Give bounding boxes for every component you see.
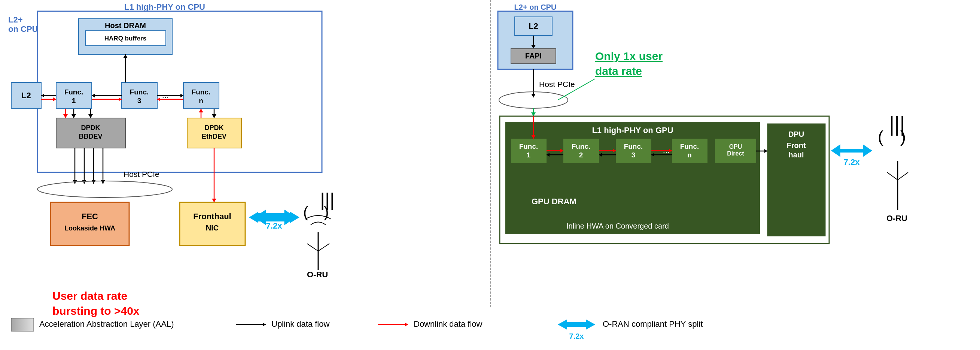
- svg-text:Uplink data flow: Uplink data flow: [271, 319, 329, 329]
- l2plus-cpu-label: L2+: [8, 15, 23, 24]
- svg-marker-20: [41, 94, 44, 97]
- svg-text:Func.: Func.: [624, 142, 643, 150]
- svg-text:7.2x: 7.2x: [266, 221, 283, 230]
- svg-text:1: 1: [72, 97, 76, 105]
- svg-marker-28: [180, 94, 183, 97]
- svg-text:O-RU: O-RU: [307, 270, 328, 279]
- svg-text:Front: Front: [786, 141, 805, 150]
- svg-text:EthDEV: EthDEV: [202, 133, 226, 140]
- svg-marker-152: [263, 323, 266, 326]
- svg-text:(: (: [878, 127, 883, 146]
- svg-text:Direct: Direct: [727, 150, 744, 157]
- svg-text:DPDK: DPDK: [81, 124, 100, 131]
- svg-text:Host PCIe: Host PCIe: [124, 170, 159, 178]
- svg-text:Func.: Func.: [192, 88, 211, 96]
- svg-line-146: [887, 173, 898, 180]
- svg-text:): ): [324, 204, 329, 221]
- svg-text:HARQ buffers: HARQ buffers: [105, 35, 146, 42]
- svg-line-62: [307, 244, 318, 251]
- svg-text:2: 2: [579, 151, 583, 159]
- svg-marker-91: [531, 94, 536, 97]
- svg-text:O-RAN compliant PHY split: O-RAN compliant PHY split: [603, 319, 703, 329]
- svg-point-48: [37, 181, 172, 198]
- svg-text:GPU DRAM: GPU DRAM: [531, 197, 576, 206]
- svg-line-147: [898, 173, 908, 180]
- svg-marker-81: [212, 114, 216, 118]
- svg-text:data rate: data rate: [595, 65, 642, 77]
- svg-text:Host PCIe: Host PCIe: [539, 80, 575, 88]
- svg-text:L1 high-PHY on CPU: L1 high-PHY on CPU: [124, 2, 205, 12]
- svg-text:L2: L2: [21, 91, 31, 100]
- svg-marker-57: [249, 212, 258, 223]
- svg-marker-59: [290, 212, 299, 223]
- svg-text:Func.: Func.: [572, 142, 591, 150]
- svg-text:L2+ on CPU: L2+ on CPU: [514, 3, 557, 11]
- svg-text:...: ...: [663, 145, 670, 155]
- svg-text:7.2x: 7.2x: [570, 332, 584, 340]
- svg-text:on CPU: on CPU: [8, 24, 38, 34]
- svg-line-63: [318, 244, 329, 251]
- svg-marker-24: [92, 94, 95, 97]
- svg-text:BBDEV: BBDEV: [79, 133, 102, 140]
- svg-rect-149: [11, 318, 34, 331]
- svg-marker-155: [405, 323, 408, 326]
- svg-marker-75: [88, 114, 93, 118]
- svg-text:FAPI: FAPI: [525, 52, 542, 60]
- left-diagram-svg: L2+ on CPU L1 high-PHY on CPU Host DRAM …: [0, 0, 487, 326]
- svg-text:n: n: [199, 97, 203, 105]
- svg-text:3: 3: [632, 151, 636, 159]
- svg-rect-58: [258, 213, 292, 222]
- svg-text:DPDK: DPDK: [204, 124, 223, 131]
- section-divider: [490, 0, 491, 307]
- svg-text:DPU: DPU: [788, 130, 804, 138]
- svg-marker-22: [53, 97, 56, 101]
- svg-text:Func.: Func.: [680, 142, 699, 150]
- svg-marker-73: [123, 54, 128, 58]
- svg-text:NIC: NIC: [206, 224, 219, 232]
- svg-text:3: 3: [137, 97, 142, 105]
- svg-text:Inline HWA on Converged card: Inline HWA on Converged card: [566, 222, 669, 230]
- svg-text:FEC: FEC: [82, 212, 98, 221]
- svg-text:): ): [900, 127, 906, 146]
- svg-text:Host DRAM: Host DRAM: [105, 21, 146, 30]
- svg-text:L1 high-PHY on GPU: L1 high-PHY on GPU: [592, 126, 673, 135]
- svg-marker-30: [157, 97, 160, 101]
- svg-marker-44: [101, 180, 105, 184]
- svg-rect-136: [767, 124, 826, 236]
- svg-marker-157: [558, 319, 595, 330]
- svg-rect-49: [51, 202, 129, 245]
- svg-text:Lookaside HWA: Lookaside HWA: [64, 224, 115, 232]
- svg-text:(: (: [303, 204, 309, 221]
- svg-text:GPU: GPU: [729, 144, 742, 150]
- svg-text:User data rate: User data rate: [52, 290, 127, 302]
- svg-marker-77: [63, 114, 68, 118]
- svg-marker-140: [831, 144, 872, 157]
- svg-text:haul: haul: [788, 151, 804, 159]
- svg-text:Func.: Func.: [64, 88, 83, 96]
- svg-text:Acceleration Abstraction Layer: Acceleration Abstraction Layer (AAL): [39, 319, 174, 329]
- svg-marker-135: [764, 149, 767, 153]
- svg-marker-79: [199, 109, 203, 112]
- svg-text:Fronthaul: Fronthaul: [193, 212, 231, 221]
- svg-text:O-RU: O-RU: [886, 214, 907, 223]
- svg-marker-43: [91, 180, 96, 184]
- legend-svg: Acceleration Abstraction Layer (AAL) Upl…: [4, 309, 977, 342]
- svg-text:L2: L2: [528, 21, 538, 31]
- svg-marker-26: [119, 97, 122, 101]
- svg-text:Downlink data flow: Downlink data flow: [414, 319, 482, 329]
- right-diagram-svg: L2+ on CPU L2 FAPI Host PCIe Only 1x use…: [494, 0, 980, 326]
- svg-text:7.2x: 7.2x: [844, 157, 860, 167]
- svg-text:n: n: [687, 151, 692, 159]
- svg-text:1: 1: [527, 151, 531, 159]
- main-container: L2+ on CPU L1 high-PHY on CPU Host DRAM …: [0, 0, 980, 350]
- svg-text:Only 1x user: Only 1x user: [595, 50, 663, 62]
- svg-text:Func.: Func.: [130, 88, 149, 96]
- svg-text:Func.: Func.: [519, 142, 538, 150]
- svg-marker-71: [72, 114, 76, 118]
